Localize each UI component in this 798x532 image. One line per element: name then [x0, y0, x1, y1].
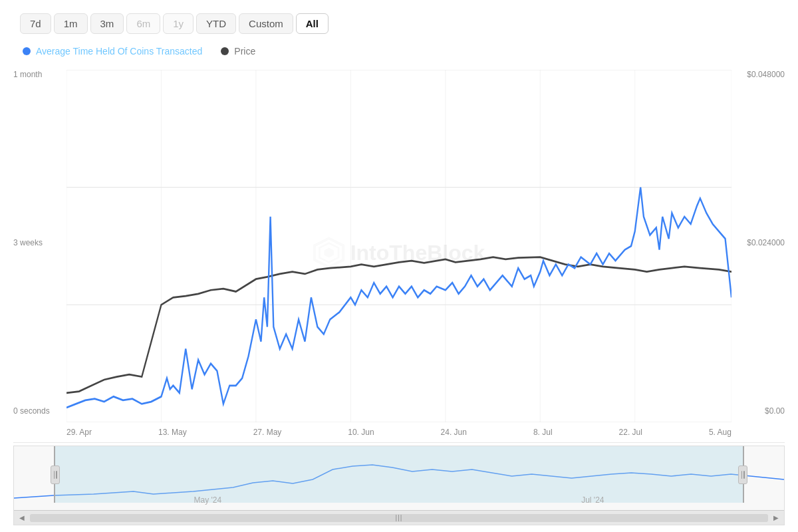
navigator-date-labels: May '24 Jul '24 — [14, 494, 784, 506]
series1-dot — [23, 47, 31, 55]
scroll-left-arrow[interactable]: ◀ — [17, 513, 27, 523]
x-label-6: 22. Jul — [619, 428, 642, 437]
scrollbar-track[interactable]: ◀ ||| ▶ — [14, 510, 784, 525]
y-right-bottom: $0.00 — [732, 406, 785, 416]
y-label-bottom: 0 seconds — [13, 406, 66, 416]
time-btn-1y: 1y — [163, 13, 194, 34]
y-right-mid: $0.024000 — [732, 238, 785, 247]
time-btn-custom[interactable]: Custom — [239, 13, 293, 34]
nav-label-2: Jul '24 — [581, 495, 604, 505]
y-right-top: $0.048000 — [732, 70, 785, 79]
time-btn-1m[interactable]: 1m — [54, 13, 88, 34]
x-label-0: 29. Apr — [66, 428, 92, 437]
legend-series2: Price — [221, 46, 255, 57]
x-axis: 29. Apr13. May27. May10. Jun24. Jun8. Ju… — [66, 422, 732, 442]
navigator-right-handle[interactable] — [738, 466, 747, 484]
time-btn-all[interactable]: All — [296, 13, 329, 34]
y-label-mid: 3 weeks — [13, 238, 66, 247]
nav-label-1: May '24 — [194, 495, 222, 505]
navigator-left-handle[interactable] — [51, 466, 60, 484]
series2-label: Price — [234, 46, 255, 57]
scroll-handle-icon: ||| — [396, 514, 403, 521]
main-chart-svg — [66, 70, 732, 422]
scroll-right-arrow[interactable]: ▶ — [771, 513, 781, 523]
time-btn-7d[interactable]: 7d — [20, 13, 51, 34]
time-btn-ytd[interactable]: YTD — [196, 13, 236, 34]
y-axis-left: 1 month 3 weeks 0 seconds — [13, 63, 66, 422]
x-label-7: 5. Aug — [709, 428, 732, 437]
legend-series1: Average Time Held Of Coins Transacted — [23, 46, 202, 57]
y-label-top: 1 month — [13, 70, 66, 79]
series2-dot — [221, 47, 229, 55]
main-chart: IntoTheBlock — [13, 63, 785, 443]
navigator[interactable]: May '24 Jul '24 ◀ ||| ▶ — [13, 446, 785, 525]
chart-wrapper: IntoTheBlock — [13, 63, 785, 525]
y-axis-right: $0.048000 $0.024000 $0.00 — [732, 63, 785, 422]
x-label-1: 13. May — [158, 428, 187, 437]
x-label-2: 27. May — [253, 428, 282, 437]
series1-label: Average Time Held Of Coins Transacted — [36, 46, 202, 57]
x-label-3: 10. Jun — [348, 428, 374, 437]
time-btn-6m: 6m — [126, 13, 160, 34]
main-container: 7d1m3m6m1yYTDCustomAll Average Time Held… — [0, 0, 798, 532]
legend: Average Time Held Of Coins Transacted Pr… — [13, 46, 785, 57]
x-label-5: 8. Jul — [533, 428, 553, 437]
x-label-4: 24. Jun — [441, 428, 467, 437]
time-range-selector: 7d1m3m6m1yYTDCustomAll — [13, 13, 785, 34]
scroll-thumb[interactable]: ||| — [30, 514, 768, 522]
time-btn-3m[interactable]: 3m — [90, 13, 124, 34]
